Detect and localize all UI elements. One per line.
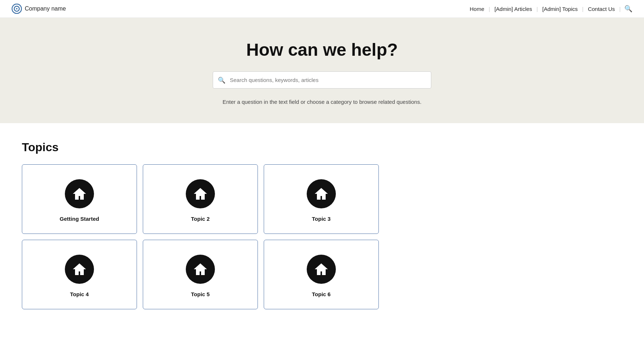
topic-label-getting-started: Getting Started: [60, 216, 99, 222]
topic-label-6: Topic 6: [312, 291, 330, 297]
topic-icon-2: [186, 179, 215, 208]
topic-4[interactable]: Topic 4: [22, 240, 137, 309]
search-bar-wrapper: 🔍: [213, 71, 431, 89]
search-icon-nav[interactable]: 🔍: [624, 5, 632, 13]
topic-getting-started[interactable]: Getting Started: [22, 164, 137, 234]
topic-icon-3: [307, 179, 336, 208]
topic-label-3: Topic 3: [312, 216, 330, 222]
topic-icon-4: [65, 255, 94, 284]
topic-icon-getting-started: [65, 179, 94, 208]
brand-name: Company name: [25, 5, 66, 12]
topic-2[interactable]: Topic 2: [143, 164, 258, 234]
nav-sep-3: |: [582, 6, 584, 12]
topics-section: Topics Getting Started Topic 2: [0, 123, 644, 331]
home-icon: [71, 186, 87, 202]
topic-label-2: Topic 2: [191, 216, 209, 222]
topics-title: Topics: [22, 141, 622, 154]
hero-subtitle: Enter a question in the text field or ch…: [7, 99, 637, 105]
nav-sep-2: |: [537, 6, 538, 12]
brand-icon: [12, 4, 22, 14]
topics-grid: Getting Started Topic 2 Topic 3: [22, 164, 379, 309]
home-icon-4: [71, 261, 87, 277]
topic-label-5: Topic 5: [191, 291, 209, 297]
navbar: Company name Home | [Admin] Articles | […: [0, 0, 644, 18]
topic-icon-5: [186, 255, 215, 284]
home-icon-2: [192, 186, 208, 202]
topic-icon-6: [307, 255, 336, 284]
svg-point-2: [16, 8, 17, 9]
hero-title: How can we help?: [7, 40, 637, 60]
nav-sep-1: |: [489, 6, 490, 12]
nav-home[interactable]: Home: [468, 6, 487, 12]
nav-links: Home | [Admin] Articles | [Admin] Topics…: [468, 5, 632, 13]
topic-label-4: Topic 4: [70, 291, 89, 297]
topic-6[interactable]: Topic 6: [264, 240, 379, 309]
search-input[interactable]: [213, 71, 431, 89]
home-icon-6: [313, 261, 329, 277]
hero-section: How can we help? 🔍 Enter a question in t…: [0, 18, 644, 123]
topic-5[interactable]: Topic 5: [143, 240, 258, 309]
nav-contact-us[interactable]: Contact Us: [586, 6, 617, 12]
topic-3[interactable]: Topic 3: [264, 164, 379, 234]
brand-logo[interactable]: Company name: [12, 4, 66, 14]
nav-sep-4: |: [619, 6, 621, 12]
home-icon-5: [192, 261, 208, 277]
home-icon-3: [313, 186, 329, 202]
nav-admin-topics[interactable]: [Admin] Topics: [540, 6, 580, 12]
nav-admin-articles[interactable]: [Admin] Articles: [492, 6, 534, 12]
